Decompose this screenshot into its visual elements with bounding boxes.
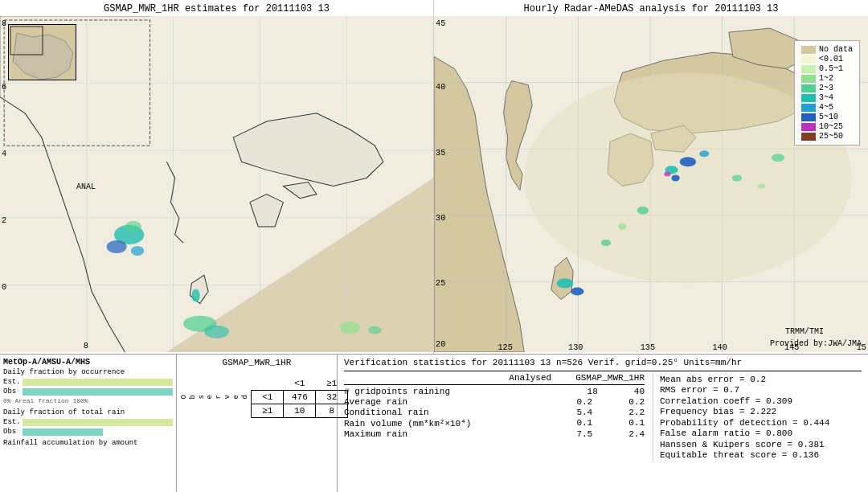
svg-point-42 — [601, 240, 611, 246]
svg-point-44 — [637, 207, 649, 215]
svg-text:25: 25 — [436, 279, 445, 288]
svg-point-40 — [557, 278, 573, 288]
inset-map — [8, 24, 76, 80]
svg-text:4: 4 — [2, 149, 6, 158]
contingency-wrapper: Observed <1 ≥1 <1 — [180, 371, 334, 418]
chart2-obs-bar — [23, 428, 103, 436]
contingency-row-2: ≥1 10 8 — [252, 404, 348, 418]
stats-label-rainvol: Rain volume (mm*km²×10⁴) — [344, 418, 471, 428]
contingency-cell-10: 10 — [284, 404, 316, 418]
svg-point-15 — [125, 221, 141, 232]
stats-val-maxrain-1: 7.5 — [576, 429, 592, 439]
chart1-est-row: Est. — [3, 378, 173, 386]
bottom-left: MetOp-A/AMSU-A/MHS Daily fraction by occ… — [0, 355, 177, 492]
stats-val-gridpoints-1: 18 — [588, 387, 598, 396]
svg-point-51 — [757, 183, 765, 188]
stats-vals-gridpoints: 18 40 — [588, 387, 645, 396]
legend-label-001: <0.01 — [819, 55, 843, 64]
chart1-title: Daily fraction by occurrence — [3, 368, 173, 376]
legend-label-1-2: 1~2 — [819, 74, 833, 83]
left-panel: GSMAP_MWR_1HR estimates for 20111103 13 — [0, 0, 434, 354]
legend-10-25: 10~25 — [801, 122, 853, 131]
chart2-obs-row: Obs — [3, 428, 173, 436]
chart3-title: Rainfall accumulation by amount — [3, 439, 173, 447]
contingency-table-wrapper: <1 ≥1 <1 476 32 ≥1 — [251, 371, 348, 418]
svg-point-13 — [107, 240, 127, 253]
obs-label: Observed — [180, 395, 249, 399]
stats-label-avgrain: Average rain — [344, 397, 407, 407]
chart1-est-bar — [23, 379, 173, 386]
col-header-analysed: Analysed — [509, 373, 551, 383]
legend-3-4: 3~4 — [801, 93, 853, 102]
svg-point-19 — [368, 326, 382, 334]
legend-label-5-10: 5~10 — [819, 113, 838, 121]
obs-vertical-label: Observed — [180, 395, 249, 399]
legend-label-no-data: No data — [819, 45, 853, 54]
legend-color-5-10 — [801, 113, 816, 121]
svg-point-41 — [571, 287, 583, 295]
svg-text:0: 0 — [2, 283, 6, 293]
legend-001: <0.01 — [801, 55, 853, 64]
contingency-title: GSMAP_MWR_1HR — [180, 358, 334, 367]
stats-row-rainvol: Rain volume (mm*km²×10⁴) 0.1 0.1 — [344, 418, 645, 428]
legend-color-05-1 — [801, 65, 816, 73]
legend-label-4-5: 4~5 — [819, 103, 833, 112]
right-panel: Hourly Radar-AMeDAS analysis for 2011110… — [434, 0, 868, 354]
svg-point-52 — [772, 154, 784, 162]
chart2-est-label: Est. — [3, 418, 21, 426]
chart2-est-row: Est. — [3, 418, 173, 426]
svg-text:40: 40 — [436, 83, 445, 92]
legend-box: No data <0.01 0.5~1 1~2 — [794, 40, 860, 146]
provided-label: Provided by:JWA/JMA — [770, 339, 862, 348]
svg-point-18 — [340, 322, 360, 334]
legend-5-10: 5~10 — [801, 113, 853, 121]
svg-text:140: 140 — [712, 343, 727, 352]
bottom-stats: Verification statistics for 20111103 13 … — [338, 355, 868, 492]
chart1-est-label: Est. — [3, 378, 21, 386]
chart2-est-bar — [23, 419, 173, 426]
contingency-col-header-lt1: <1 — [284, 377, 316, 391]
stats-val-condrain-2: 2.2 — [628, 408, 645, 417]
legend-color-3-4 — [801, 94, 816, 102]
svg-text:135: 135 — [641, 343, 655, 352]
legend-label-10-25: 10~25 — [819, 122, 843, 131]
right-stats-area: Mean abs error = 0.2 RMS error = 0.7 Cor… — [653, 373, 862, 461]
stats-label-maxrain: Maximum rain — [344, 429, 407, 439]
stats-val-maxrain-2: 2.4 — [628, 429, 645, 439]
legend-25-50: 25~50 — [801, 132, 853, 141]
stat-far: False alarm ratio = 0.800 — [660, 428, 862, 438]
svg-text:130: 130 — [568, 343, 583, 352]
svg-point-47 — [699, 150, 709, 157]
legend-4-5: 4~5 — [801, 103, 853, 112]
stats-vals-maxrain: 7.5 2.4 — [576, 429, 645, 439]
stat-equitable: Equitable threat score = 0.136 — [660, 450, 862, 460]
chart1-obs-bar — [23, 388, 173, 396]
stats-val-rainvol-2: 0.1 — [628, 418, 645, 428]
svg-text:8: 8 — [84, 341, 88, 351]
left-map-container: 8 6 4 2 0 8 ANAL — [0, 16, 433, 352]
chart1-obs-label: Obs — [3, 387, 21, 396]
legend-no-data: No data — [801, 45, 853, 54]
stats-content: Analysed GSMAP_MWR_1HR # gridpoints rain… — [344, 373, 862, 461]
svg-point-43 — [618, 223, 626, 230]
svg-text:125: 125 — [497, 343, 512, 352]
right-panel-title: Hourly Radar-AMeDAS analysis for 2011110… — [434, 0, 868, 16]
legend-2-3: 2~3 — [801, 84, 853, 92]
contingency-row-header-gte1: ≥1 — [252, 404, 284, 418]
col-header-gsmap: GSMAP_MWR_1HR — [575, 373, 645, 383]
legend-color-001 — [801, 55, 816, 64]
header-divider — [344, 371, 862, 371]
stats-row-gridpoints: # gridpoints raining 18 40 — [344, 387, 645, 396]
stats-val-gridpoints-2: 40 — [634, 387, 645, 396]
stats-val-condrain-1: 5.4 — [576, 408, 592, 417]
stat-pod: Probability of detection = 0.444 — [660, 418, 862, 428]
svg-text:35: 35 — [436, 149, 445, 158]
legend-color-2-3 — [801, 84, 816, 92]
inset-svg — [9, 25, 76, 80]
legend-color-no-data — [801, 46, 816, 54]
stat-corr: Correlation coeff = 0.309 — [660, 396, 862, 406]
stats-vals-rainvol: 0.1 0.1 — [576, 418, 645, 428]
legend-color-1-2 — [801, 75, 816, 83]
stats-vals-condrain: 5.4 2.2 — [576, 408, 645, 417]
legend-label-3-4: 3~4 — [819, 93, 833, 102]
